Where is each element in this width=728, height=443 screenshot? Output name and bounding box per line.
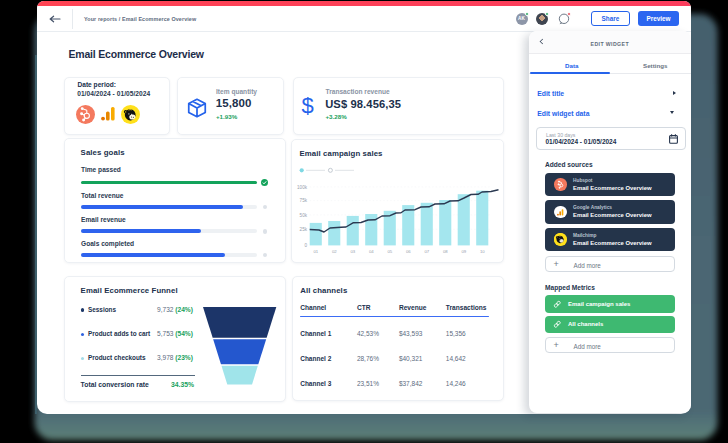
svg-text:01: 01 (313, 248, 318, 253)
svg-text:05: 05 (387, 248, 392, 253)
svg-text:07: 07 (424, 248, 429, 253)
svg-text:06: 06 (406, 248, 411, 253)
svg-text:02: 02 (332, 248, 337, 253)
svg-text:10: 10 (480, 248, 485, 253)
svg-text:03: 03 (350, 248, 355, 253)
svg-text:08: 08 (443, 248, 448, 253)
svg-text:04: 04 (369, 248, 374, 253)
svg-text:100k: 100k (297, 184, 308, 189)
svg-text:0: 0 (304, 243, 307, 248)
svg-text:75k: 75k (300, 198, 308, 203)
svg-text:09: 09 (461, 248, 466, 253)
svg-text:50k: 50k (300, 212, 308, 217)
svg-text:25k: 25k (300, 227, 308, 232)
